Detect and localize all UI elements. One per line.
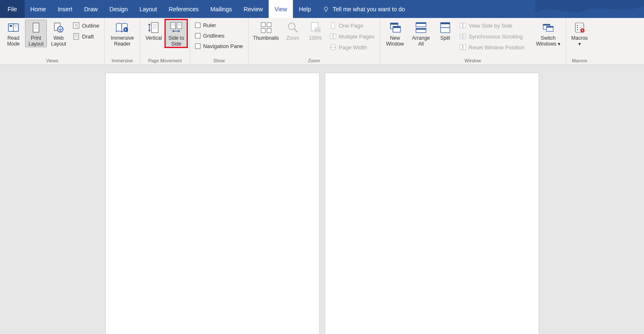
tab-references[interactable]: References <box>163 0 205 18</box>
vertical-button[interactable]: Vertical <box>143 20 164 41</box>
side-to-side-icon <box>169 21 183 34</box>
macros-button[interactable]: Macros▾ <box>569 20 590 47</box>
read-mode-icon <box>7 21 20 34</box>
tell-me-label: Tell me what you want to do <box>333 6 405 13</box>
svg-rect-3 <box>10 25 12 27</box>
outline-button[interactable]: Outline <box>70 20 102 31</box>
side-to-side-button[interactable]: Side to Side <box>165 20 187 47</box>
read-mode-label: Read Mode <box>4 35 23 47</box>
tab-design[interactable]: Design <box>104 0 134 18</box>
immersive-reader-icon <box>115 21 129 34</box>
new-window-icon <box>388 21 402 34</box>
draft-label: Draft <box>82 33 94 40</box>
svg-rect-49 <box>416 23 426 24</box>
group-show-label: Show <box>213 57 225 63</box>
web-layout-icon <box>52 21 65 34</box>
group-page-movement-label: Page Movement <box>148 57 182 63</box>
vertical-icon <box>147 21 160 34</box>
group-macros-label: Macros <box>572 57 587 63</box>
one-page-icon <box>330 22 336 29</box>
svg-point-0 <box>324 7 328 10</box>
svg-rect-51 <box>416 28 426 30</box>
svg-point-35 <box>288 23 295 30</box>
view-side-by-side-icon <box>459 22 466 29</box>
web-layout-button[interactable]: Web Layout <box>48 20 69 47</box>
gridlines-label: Gridlines <box>203 33 224 39</box>
navigation-label: Navigation Pane <box>203 43 243 49</box>
zoom-100-button: 100 100% <box>305 20 326 41</box>
vertical-label: Vertical <box>146 35 162 41</box>
ruler-checkbox[interactable]: Ruler <box>192 20 245 30</box>
split-label: Split <box>440 35 450 41</box>
split-button[interactable]: Split <box>434 20 456 41</box>
immersive-reader-button[interactable]: Immersive Reader <box>107 20 137 47</box>
tell-me-search[interactable]: Tell me what you want to do <box>317 0 411 18</box>
thumbnails-button[interactable]: Thumbnails <box>251 20 281 41</box>
document-page[interactable] <box>325 73 539 334</box>
ribbon: Read Mode Print Layout Web Layout Outlin… <box>0 18 644 65</box>
tab-view[interactable]: View <box>269 0 293 18</box>
switch-windows-icon <box>541 21 555 34</box>
tab-home[interactable]: Home <box>25 0 52 18</box>
chevron-down-icon: ▾ <box>558 41 560 47</box>
reset-window-position-label: Reset Window Position <box>469 44 525 51</box>
tab-mailings[interactable]: Mailings <box>205 0 238 18</box>
macros-icon <box>573 21 586 34</box>
synchronous-scrolling-button: Synchronous Scrolling <box>457 31 532 41</box>
arrange-all-label: Arrange All <box>410 35 432 47</box>
arrange-all-icon <box>414 21 428 34</box>
document-page[interactable] <box>106 73 319 334</box>
svg-text:100: 100 <box>316 29 320 31</box>
switch-windows-button[interactable]: Switch Windows ▾ <box>533 20 563 47</box>
tab-insert[interactable]: Insert <box>52 0 78 18</box>
outline-label: Outline <box>82 23 99 29</box>
group-window-label: Window <box>464 57 481 63</box>
svg-rect-47 <box>393 26 400 28</box>
svg-rect-34 <box>267 28 271 33</box>
print-layout-button[interactable]: Print Layout <box>25 20 47 47</box>
svg-rect-64 <box>547 26 553 28</box>
thumbnails-icon <box>259 21 273 34</box>
checkbox-icon <box>195 33 200 38</box>
read-mode-button[interactable]: Read Mode <box>3 20 24 47</box>
menubar: File Home Insert Draw Design Layout Refe… <box>0 0 644 18</box>
lightbulb-icon <box>323 6 329 13</box>
reset-window-position-button: Reset Window Position <box>457 42 532 52</box>
page-width-label: Page Width <box>339 44 367 51</box>
draft-button[interactable]: Draft <box>70 31 102 41</box>
tab-file[interactable]: File <box>0 0 25 18</box>
checkbox-icon <box>195 43 200 49</box>
new-window-button[interactable]: New Window <box>382 20 408 47</box>
thumbnails-label: Thumbnails <box>253 35 279 41</box>
tab-review[interactable]: Review <box>238 0 269 18</box>
tab-help[interactable]: Help <box>293 0 317 18</box>
one-page-button: One Page <box>327 20 377 31</box>
ruler-label: Ruler <box>203 22 216 28</box>
svg-rect-45 <box>390 23 398 25</box>
multiple-pages-icon <box>330 33 336 40</box>
zoom-100-label: 100% <box>309 35 322 41</box>
one-page-label: One Page <box>339 23 364 29</box>
navigation-pane-checkbox[interactable]: Navigation Pane <box>192 41 245 51</box>
svg-rect-25 <box>171 23 175 29</box>
multiple-pages-button: Multiple Pages <box>327 31 377 41</box>
svg-line-36 <box>294 29 298 32</box>
group-zoom: Thumbnails Zoom 100 100% One Page <box>249 18 380 64</box>
zoom-button: Zoom <box>282 20 304 41</box>
svg-rect-21 <box>151 23 158 33</box>
outline-icon <box>73 22 80 29</box>
reset-window-position-icon <box>459 44 466 51</box>
svg-rect-26 <box>177 23 182 29</box>
tab-draw[interactable]: Draw <box>78 0 104 18</box>
tab-layout[interactable]: Layout <box>133 0 163 18</box>
zoom-label: Zoom <box>286 35 299 41</box>
svg-rect-31 <box>261 23 265 27</box>
arrange-all-button[interactable]: Arrange All <box>408 20 434 47</box>
group-views-label: Views <box>46 57 58 63</box>
gridlines-checkbox[interactable]: Gridlines <box>192 31 245 41</box>
group-zoom-label: Zoom <box>308 57 320 63</box>
svg-rect-41 <box>330 34 333 39</box>
svg-rect-56 <box>463 23 466 28</box>
svg-rect-6 <box>33 23 39 32</box>
immersive-reader-label: Immersive Reader <box>108 35 136 47</box>
